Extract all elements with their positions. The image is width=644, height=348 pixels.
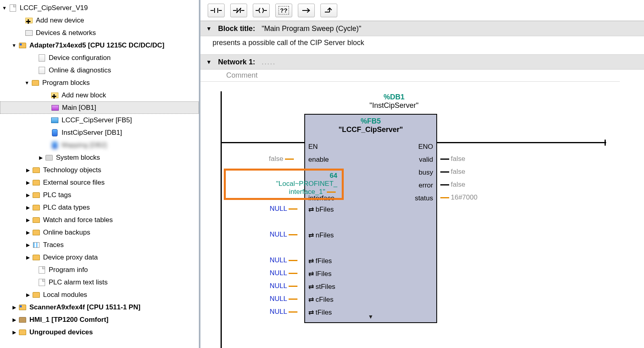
val-tfiles[interactable]: NULL xyxy=(270,307,299,317)
tree-label: Technology objects xyxy=(43,166,101,174)
fb-call-box[interactable]: %FB5 LCCF_CipServer EN enable interface … xyxy=(304,114,437,323)
port-nfiles[interactable]: ⇄nFiles xyxy=(308,231,334,240)
tree-label: Program info xyxy=(49,266,88,274)
val-ffiles[interactable]: NULL xyxy=(270,255,299,265)
folder-icon xyxy=(32,216,41,224)
block-description[interactable]: presents a possible call of the CIP Serv… xyxy=(200,36,644,49)
port-tfiles[interactable]: ⇄tFiles xyxy=(308,308,332,317)
tree-localmod[interactable]: ▶ Local modules xyxy=(0,288,199,301)
tree-label: ScannerA9xfex4f [CPU 1511-1 PN] xyxy=(29,303,140,311)
tree-add-device[interactable]: ▶ ✚ Add new device xyxy=(0,14,199,27)
toolbar-no-contact[interactable] xyxy=(208,4,225,17)
tree-label: Program blocks xyxy=(42,79,90,87)
tree-label: LCCF_CipServer_V19 xyxy=(20,4,88,12)
folder-icon xyxy=(32,191,41,200)
tree-alarm[interactable]: ▶ PLC alarm text lists xyxy=(0,276,199,288)
port-status[interactable]: status xyxy=(415,194,433,203)
tree-label: System blocks xyxy=(56,154,100,162)
tree-system-blocks[interactable]: ▶ System blocks xyxy=(0,151,199,164)
tree-label: Online backups xyxy=(43,229,90,237)
port-enable[interactable]: enable xyxy=(308,155,329,165)
page-icon xyxy=(37,266,46,274)
port-lfiles[interactable]: ⇄lFiles xyxy=(308,269,332,279)
port-en[interactable]: EN xyxy=(308,142,318,152)
port-bfiles[interactable]: ⇄bFiles xyxy=(308,205,334,214)
tree-blurred[interactable]: ▶ Mapping [DB2] xyxy=(0,139,199,151)
tree-db1[interactable]: ▶ InstCipServer [DB1] xyxy=(0,126,199,139)
project-icon xyxy=(8,4,17,12)
network-header[interactable]: ▼ Network 1: ..... xyxy=(200,54,644,70)
block-title-label: Block title: xyxy=(218,25,255,33)
tree-ungrouped[interactable]: ▶ Ungrouped devices xyxy=(0,326,199,338)
val-interface[interactable]: 64 "Local~PROFINET_ interface_1" xyxy=(276,172,337,196)
port-ffiles[interactable]: ⇄fFiles xyxy=(308,256,332,266)
tree-fb5[interactable]: ▶ LCCF_CipServer [FB5] xyxy=(0,114,199,126)
fb-name: LCCF_CipServer xyxy=(307,126,435,134)
folder-icon xyxy=(45,153,54,162)
tree-add-block[interactable]: ▶ ✚ Add new block xyxy=(0,89,199,101)
wire-en xyxy=(221,142,304,143)
val-nfiles[interactable]: NULL xyxy=(270,230,299,239)
network-comment[interactable]: Comment xyxy=(200,70,620,82)
tree-plc-dt[interactable]: ▶ PLC data types xyxy=(0,201,199,214)
block-title-header[interactable]: ▼ Block title: "Main Program Sweep (Cycl… xyxy=(200,21,644,36)
toolbar-coil[interactable] xyxy=(253,4,270,17)
folder-icon xyxy=(32,253,41,262)
collapse-icon[interactable]: ▼ xyxy=(206,25,212,32)
port-eno[interactable]: ENO xyxy=(418,142,433,152)
val-lfiles[interactable]: NULL xyxy=(270,268,299,278)
port-busy[interactable]: busy xyxy=(419,168,433,177)
port-error[interactable]: error xyxy=(419,181,433,190)
block-editor: ?? ▼ Block title: "Main Program Sweep (C… xyxy=(200,0,644,348)
add-block-icon: ✚ xyxy=(50,91,59,100)
port-valid[interactable]: valid xyxy=(419,155,433,165)
toolbar-open-branch[interactable] xyxy=(298,4,315,17)
collapse-icon[interactable]: ▼ xyxy=(206,59,212,65)
network-title-value[interactable]: ..... xyxy=(262,58,276,66)
tree-watch[interactable]: ▶ Watch and force tables xyxy=(0,214,199,226)
toolbar-empty-box[interactable]: ?? xyxy=(275,4,292,17)
tree-devices-networks[interactable]: ▶ Devices & networks xyxy=(0,27,199,39)
tree-project[interactable]: ▼ LCCF_CipServer_V19 xyxy=(0,2,199,14)
tree-label: Device configuration xyxy=(49,54,111,62)
val-error[interactable]: false xyxy=(439,180,465,189)
tree-main-ob1[interactable]: ▶ Main [OB1] xyxy=(0,101,199,114)
val-stfiles[interactable]: NULL xyxy=(270,281,299,291)
tree-plc[interactable]: ▼ Adapter71x4exd5 [CPU 1215C DC/DC/DC] xyxy=(0,39,199,51)
tree-ext-src[interactable]: ▶ External source files xyxy=(0,176,199,189)
tree-label: Traces xyxy=(43,241,64,249)
val-valid[interactable]: false xyxy=(439,154,465,164)
folder-icon xyxy=(31,78,40,87)
port-cfiles[interactable]: ⇄cFiles xyxy=(308,295,333,305)
tree-backups[interactable]: ▶ Online backups xyxy=(0,226,199,239)
ladder-canvas[interactable]: %DB1 "InstCipServer" %FB5 LCCF_CipServer… xyxy=(217,86,628,348)
val-enable[interactable]: false xyxy=(269,154,295,164)
toolbar-close-branch[interactable] xyxy=(320,4,337,17)
tree-proginfo[interactable]: ▶ Program info xyxy=(0,264,199,276)
tree-scanner[interactable]: ▶ ScannerA9xfex4f [CPU 1511-1 PN] xyxy=(0,301,199,313)
tree-plc-tags[interactable]: ▶ PLC tags xyxy=(0,189,199,201)
port-stfiles[interactable]: ⇄stFiles xyxy=(308,282,335,292)
project-tree[interactable]: ▼ LCCF_CipServer_V19 ▶ ✚ Add new device … xyxy=(0,0,200,348)
val-bfiles[interactable]: NULL xyxy=(270,204,299,214)
toolbar-nc-contact[interactable] xyxy=(230,4,247,17)
block-title-value[interactable]: "Main Program Sweep (Cycle)" xyxy=(262,25,361,33)
tree-hmi[interactable]: ▶ HMI_1 [TP1200 Comfort] xyxy=(0,313,199,326)
tree-label: Device proxy data xyxy=(43,253,98,262)
tree-online-diag[interactable]: ▶ Online & diagnostics xyxy=(0,64,199,76)
trace-icon xyxy=(32,241,41,249)
tree-tech-objects[interactable]: ▶ Technology objects xyxy=(0,164,199,176)
tree-program-blocks[interactable]: ▼ Program blocks xyxy=(0,76,199,89)
instance-db-label[interactable]: %DB1 "InstCipServer" xyxy=(369,93,419,110)
tree-proxy[interactable]: ▶ Device proxy data xyxy=(0,251,199,264)
val-status[interactable]: 16#7000 xyxy=(439,193,477,202)
tree-traces[interactable]: ▶ Traces xyxy=(0,239,199,251)
val-cfiles[interactable]: NULL xyxy=(270,294,299,304)
tree-label: Local modules xyxy=(43,291,87,299)
tree-label: Ungrouped devices xyxy=(29,328,93,336)
tree-device-config[interactable]: ▶ Device configuration xyxy=(0,51,199,64)
expand-ports-icon[interactable]: ▼ xyxy=(368,313,374,320)
ob-icon xyxy=(51,103,60,112)
val-busy[interactable]: false xyxy=(439,167,465,177)
tree-label: PLC tags xyxy=(43,191,71,199)
